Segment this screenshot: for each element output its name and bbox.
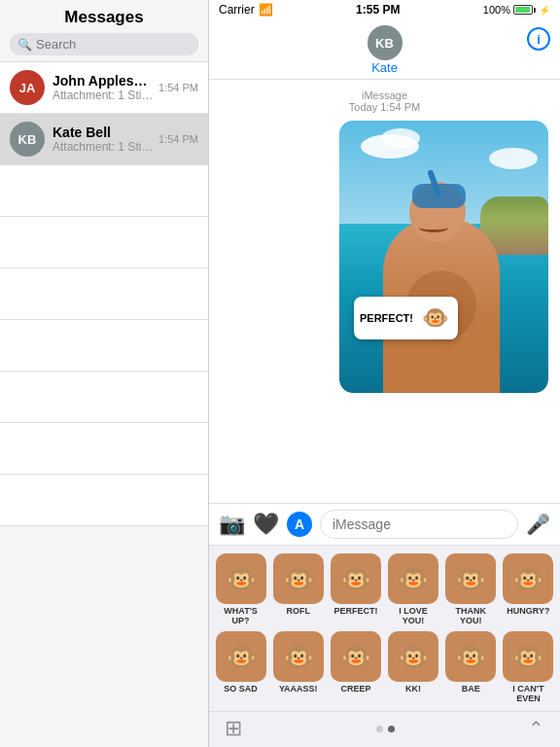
microphone-icon[interactable]: 🎤 (526, 513, 550, 536)
sticker-item-4[interactable]: THANK YOU! (445, 553, 497, 625)
chat-header: KB Kate i (209, 19, 560, 80)
sticker-item-9[interactable]: KK! (388, 631, 439, 703)
sticker-item-0[interactable]: WHAT'S UP? (215, 553, 266, 625)
sticker-item-7[interactable]: YAAASS! (272, 631, 324, 703)
sticker-face-11 (503, 631, 553, 682)
conversation-item-kate[interactable]: KB Kate Bell Attachment: 1 Sticker 1:54 … (0, 114, 208, 165)
message-input-bar: 📷 🖤 A 🎤 (209, 503, 560, 545)
status-time: 1:55 PM (356, 3, 400, 17)
apps-grid-icon[interactable]: ⊞ (225, 716, 242, 741)
chat-contact-name[interactable]: Kate (371, 60, 398, 75)
sidebar-title: Messages (0, 8, 208, 27)
search-input[interactable] (36, 37, 191, 52)
page-dot-1 (376, 726, 383, 732)
sticker-label-6: SO SAD (224, 684, 258, 694)
avatar-john: JA (10, 70, 45, 105)
message-preview-john: Attachment: 1 Sticker (52, 89, 155, 102)
chat-panel: Carrier 📶 1:55 PM 100% ⚡ KB Kate i iMess… (209, 0, 560, 747)
message-time-kate: 1:54 PM (158, 133, 198, 145)
sticker-label-8: CREEP (340, 684, 370, 694)
message-text-input[interactable] (320, 510, 518, 539)
sticker-item-8[interactable]: CREEP (330, 631, 381, 703)
sticker-label-7: YAAASS! (279, 684, 318, 694)
sticker-item-2[interactable]: PERFECT! (330, 553, 381, 625)
sticker-label-4: THANK YOU! (445, 606, 497, 625)
sticker-face-5 (503, 553, 553, 604)
wifi-icon: 📶 (259, 3, 273, 17)
sticker-face-8 (331, 631, 381, 682)
photo-image: PERFECT! 🐵 (339, 121, 548, 393)
sticker-label-3: I LOVE YOU! (388, 606, 439, 625)
search-icon: 🔍 (18, 38, 32, 52)
sticker-label-0: WHAT'S UP? (215, 606, 266, 625)
sticker-face-1 (273, 553, 324, 604)
contact-name-kate: Kate Bell (52, 124, 155, 140)
battery-indicator (513, 5, 536, 15)
sticker-item-5[interactable]: HUNGRY? (503, 553, 554, 625)
chevron-up-icon[interactable]: ⌃ (528, 717, 544, 740)
messages-sidebar: Messages 🔍 JA John Appleseed Attachment:… (0, 0, 209, 747)
battery-percentage: 100% (483, 4, 510, 16)
camera-icon[interactable]: 📷 (219, 512, 245, 537)
search-bar[interactable]: 🔍 (10, 33, 198, 55)
carrier-label: Carrier (219, 3, 255, 17)
sticker-face-4 (445, 553, 496, 604)
sticker-face-6 (216, 631, 266, 682)
sticker-face-0 (216, 553, 266, 604)
contact-name-john: John Appleseed (52, 73, 155, 89)
app-store-icon[interactable]: A (287, 512, 312, 537)
status-bar: Carrier 📶 1:55 PM 100% ⚡ (209, 0, 560, 19)
info-button[interactable]: i (527, 27, 550, 51)
sticker-face-9 (388, 631, 438, 682)
photo-message-bubble[interactable]: PERFECT! 🐵 (339, 121, 548, 393)
sticker-face-3 (388, 553, 438, 604)
sticker-item-10[interactable]: BAE (445, 631, 497, 703)
empty-conversation-area (0, 165, 208, 526)
charging-bolt-icon: ⚡ (539, 5, 550, 16)
sticker-grid: WHAT'S UP?ROFLPERFECT!I LOVE YOU!THANK Y… (215, 553, 554, 703)
sticker-label-1: ROFL (286, 606, 310, 616)
heart-icon[interactable]: 🖤 (253, 512, 279, 537)
page-indicator (376, 726, 395, 732)
sticker-label-10: BAE (462, 684, 480, 694)
conversation-list: JA John Appleseed Attachment: 1 Sticker … (0, 62, 208, 747)
avatar-kate: KB (10, 122, 45, 157)
messages-area: iMessage Today 1:54 PM (209, 80, 560, 503)
sticker-item-3[interactable]: I LOVE YOU! (388, 553, 439, 625)
sticker-tray: WHAT'S UP?ROFLPERFECT!I LOVE YOU!THANK Y… (209, 545, 560, 711)
chat-contact-avatar: KB (368, 25, 402, 60)
message-preview-kate: Attachment: 1 Sticker (52, 140, 155, 154)
sticker-face-7 (273, 631, 324, 682)
sticker-label-11: I CAN'T EVEN (503, 684, 554, 703)
sticker-label-5: HUNGRY? (507, 606, 549, 616)
page-dot-2 (388, 726, 395, 732)
sticker-face-10 (445, 631, 496, 682)
sticker-label-9: KK! (405, 684, 421, 694)
sticker-item-11[interactable]: I CAN'T EVEN (503, 631, 554, 703)
sticker-item-6[interactable]: SO SAD (215, 631, 266, 703)
imessage-time-label: iMessage Today 1:54 PM (221, 89, 548, 113)
message-time-john: 1:54 PM (158, 82, 198, 93)
perfect-sticker-overlay: PERFECT! 🐵 (354, 297, 458, 339)
sticker-label-2: PERFECT! (333, 606, 377, 616)
bottom-bar: ⊞ ⌃ (209, 711, 560, 747)
sidebar-header: Messages 🔍 (0, 0, 208, 62)
sticker-item-1[interactable]: ROFL (272, 553, 324, 625)
conversation-item-john[interactable]: JA John Appleseed Attachment: 1 Sticker … (0, 62, 208, 114)
sticker-face-2 (331, 553, 381, 604)
